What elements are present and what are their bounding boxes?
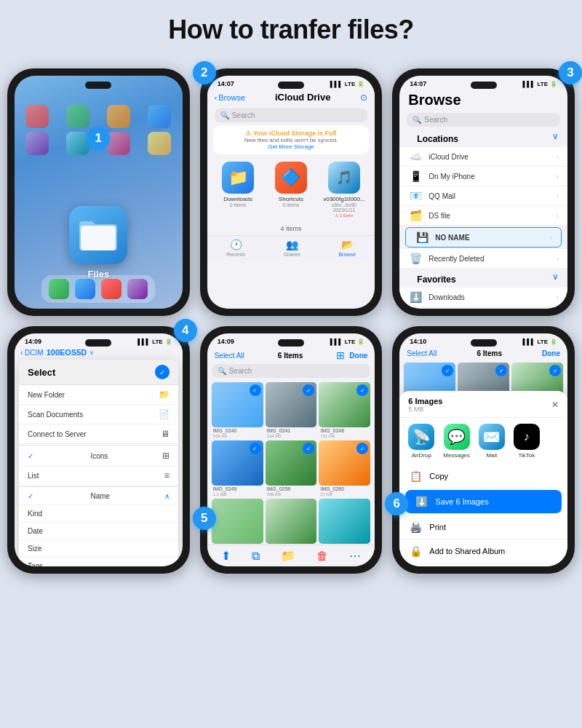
search-bar-5[interactable]: 🔍 Search [212,364,371,378]
share-action-btn[interactable]: ⬆ [221,549,231,563]
kind-label: Kind [28,510,42,518]
phone-1-shell: Files [7,68,190,316]
file-grid-2: 📁 Downloads 0 items 🔷 Shortcuts 0 items … [207,157,375,222]
battery-5: 🔋 [357,339,364,345]
more-action-btn[interactable]: ⋯ [349,549,361,563]
size-5-5: 289 KB [266,492,317,496]
loc-downloads[interactable]: ⬇️ Downloads › [399,288,567,307]
copy-label: Copy [429,472,448,480]
label-5-2: IMG_0241 [266,427,317,434]
search-bar-2[interactable]: 🔍 Search [215,108,368,122]
folder-dropdown[interactable]: ∨ [89,349,94,356]
move-action-btn[interactable]: 📁 [281,549,295,563]
phone-3-wrapper: 3 14:07 ▌▌▌ LTE 🔋 Browse 🔍 Search [392,68,575,316]
favorites-expand[interactable]: ∨ [552,272,559,286]
loc-icloud[interactable]: ☁️ iCloud Drive › [399,147,567,167]
menu-kind[interactable]: Kind [19,505,178,523]
status-icons-6: ▌▌▌ LTE 🔋 [522,339,557,345]
loc-dsfile-name: DS file [428,212,550,220]
select-all-bar-5: Select All 6 Items ⊞ Done [207,347,375,364]
step-badge-2: 2 [193,61,216,84]
select-all-btn-5[interactable]: Select All [215,352,244,360]
phone-5-shell: 14:09 ▌▌▌ LTE 🔋 Select All 6 Items ⊞ Don… [200,326,383,574]
menu-size[interactable]: Size [19,540,178,558]
photo-5-5[interactable]: ✓ IMG_0258 289 KB [266,440,317,496]
more-icon-2[interactable]: ⊙ [360,92,367,103]
thumb-5-5: ✓ [266,440,317,486]
warning-sub: New files and edits won't be synced. [219,137,364,143]
share-messages[interactable]: 💬 Messages [443,424,469,459]
select-check[interactable]: ✓ [155,365,170,379]
done-btn-5[interactable]: Done [349,352,367,360]
grid-icon-5[interactable]: ⊞ [336,349,345,361]
dynamic-island-4 [85,339,111,347]
files-app-icon[interactable] [69,206,127,264]
select-all-btn-6[interactable]: Select All [407,349,436,357]
trash-action-btn[interactable]: 🗑 [316,550,328,563]
share-mail[interactable]: ✉️ Mail [479,424,505,459]
loc-iphone[interactable]: 📱 On My iPhone › [399,167,567,186]
dynamic-island-3 [471,82,497,89]
menu-icons[interactable]: Icons ⊞ [19,446,178,466]
downloads-name: Downloads [223,196,252,202]
time-2: 14:07 [218,80,234,87]
bottom-action-bar-5: ⬆ ⧉ 📁 🗑 ⋯ [207,545,375,566]
tab-shared-label: Shared [284,252,300,257]
loc-noname[interactable]: 💾 NO NAME › [405,227,562,248]
photo-5-6[interactable]: ✓ IMG_0260 27 KB [319,440,370,496]
copy-action[interactable]: 📋 Copy [399,464,567,488]
menu-name[interactable]: Name ∧ [19,488,178,505]
iphone-icon: 📱 [408,170,423,182]
search-bar-3[interactable]: 🔍 Search [407,113,560,127]
photo-5-3[interactable]: ✓ IMG_0248 721 KB [319,382,370,438]
locations-expand[interactable]: ∨ [552,131,559,146]
wifi-icon: LTE [345,81,356,87]
time-3: 14:07 [410,80,426,87]
loc-qqmail[interactable]: 📧 QQ Mail › [399,186,567,206]
folder-name: 100EOS5D [47,348,87,357]
selected-badge-5-6: ✓ [356,443,368,454]
menu-divider [19,445,178,446]
selected-badge-5-1: ✓ [250,384,261,396]
loc-dsfile[interactable]: 🗂️ DS file › [399,206,567,226]
step-badge-3: 3 [559,61,582,84]
bg-icon [66,132,89,155]
print-action[interactable]: 🖨️ Print [399,515,567,539]
bg-icon [107,132,130,155]
status-icons-3: ▌▌▌ LTE 🔋 [522,81,557,87]
airdrop-label: AirDrop [412,452,431,459]
date-label: Date [28,527,43,535]
save-images-action[interactable]: ⬇️ Save 6 Images [405,490,562,514]
share-close-btn[interactable]: ✕ [551,400,559,410]
add-album-label: Add to Shared Album [429,547,505,555]
tab-browse-2[interactable]: 📂Browse [338,239,355,257]
back-label-2: Browse [218,93,245,102]
menu-connect[interactable]: Connect to Server 🖥 [19,424,178,444]
back-dcim[interactable]: ‹ DCIM [20,349,44,357]
share-sheet-6: 6 Images 5 MB ✕ 📡 AirDrop 💬 Messages [399,391,567,566]
label-5-4: IMG_0249 [212,486,263,492]
menu-tags[interactable]: Tags [19,558,178,566]
get-storage-link[interactable]: Get More Storage [219,143,364,150]
audio-icon: 🎵 [328,162,360,194]
back-button-2[interactable]: ‹ Browse [215,93,245,102]
share-airdrop[interactable]: 📡 AirDrop [408,424,434,459]
add-album-action[interactable]: 🔒 Add to Shared Album [399,539,567,563]
photo-5-4[interactable]: ✓ IMG_0249 1.1 MB [212,440,263,496]
photo-5-2[interactable]: ✓ IMG_0241 334 KB [266,382,317,438]
tab-shared-2[interactable]: 👥Shared [284,239,300,257]
menu-new-folder[interactable]: New Folder 📁 [19,385,178,405]
menu-list[interactable]: List ≡ [19,466,178,486]
menu-scan[interactable]: Scan Documents 📄 [19,405,178,424]
done-btn-6[interactable]: Done [542,349,560,357]
photo-5-1[interactable]: ✓ IMG_0240 549 KB [212,382,263,438]
icons-icon: ⊞ [162,451,170,461]
messages-icon: 💬 [444,424,470,450]
duplicate-action-btn[interactable]: ⧉ [252,550,260,563]
items-label-5: 6 Items [278,352,303,360]
share-tiktok[interactable]: ♪ TikTok [514,424,540,459]
tab-recents-2[interactable]: 🕐Recents [226,239,245,257]
phone-4-shell: 14:09 ▌▌▌ LTE 🔋 ‹ DCIM 100EOS5D ∨ Select [7,326,190,574]
loc-deleted[interactable]: 🗑️ Recently Deleted › [399,249,567,269]
menu-date[interactable]: Date [19,523,178,540]
